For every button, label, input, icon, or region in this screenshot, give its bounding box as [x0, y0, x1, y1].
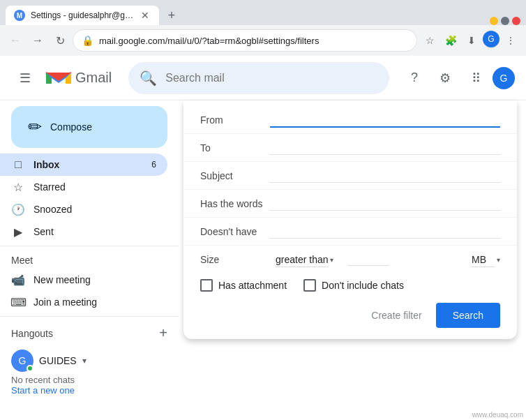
start-chat-link[interactable]: Start a new one: [11, 385, 167, 396]
hangouts-label: Hangouts: [11, 328, 53, 339]
search-bar[interactable]: 🔍: [128, 62, 389, 94]
no-recent-chats: No recent chats: [11, 375, 167, 385]
gmail-logo-icon: [45, 68, 73, 88]
lock-icon: 🔒: [82, 35, 93, 46]
to-input[interactable]: [270, 140, 500, 155]
browser-profile[interactable]: G: [483, 31, 499, 47]
apps-button[interactable]: ⠿: [462, 64, 490, 92]
sidebar-label-join-meeting: Join a meeting: [33, 297, 156, 308]
hangouts-header: Hangouts +: [11, 325, 167, 341]
hangouts-username: GUIDES: [39, 355, 77, 366]
dont-include-chats-label: Don't include chats: [322, 280, 404, 291]
star-icon: ☆: [11, 181, 25, 194]
online-indicator: [27, 365, 33, 372]
snoozed-icon: 🕐: [11, 203, 25, 216]
active-tab[interactable]: M Settings - guidesalphr@gmail.co... ✕: [6, 6, 159, 25]
sidebar-label-starred: Starred: [33, 181, 156, 193]
search-from-row: From: [183, 106, 517, 134]
sent-icon: ▶: [11, 225, 25, 239]
tab-bar: M Settings - guidesalphr@gmail.co... ✕ +: [0, 0, 526, 25]
profile-download-icon[interactable]: ⬇: [462, 31, 481, 50]
close-button[interactable]: [512, 17, 520, 25]
dont-include-chats-checkbox[interactable]: [303, 279, 316, 292]
has-words-input[interactable]: [270, 196, 500, 211]
compose-button[interactable]: ✏ Compose: [11, 106, 167, 148]
checkbox-row: Has attachment Don't include chats: [183, 273, 517, 297]
size-value-input[interactable]: [347, 254, 389, 266]
size-operator-select[interactable]: greater than less than: [276, 253, 329, 267]
has-attachment-checkbox-item[interactable]: Has attachment: [200, 279, 287, 292]
hangouts-dropdown-icon: ▾: [82, 356, 87, 366]
create-filter-button[interactable]: Create filter: [366, 304, 427, 327]
search-subject-row: Subject: [183, 162, 517, 190]
sidebar-label-new-meeting: New meeting: [33, 274, 156, 285]
back-button[interactable]: ←: [6, 31, 25, 50]
tab-title: Settings - guidesalphr@gmail.co...: [31, 10, 134, 20]
hamburger-menu[interactable]: ☰: [11, 64, 39, 92]
sidebar-item-inbox[interactable]: □ Inbox 6: [0, 153, 167, 176]
search-size-row: Size greater than less than MB KB bytes: [183, 246, 517, 273]
reload-button[interactable]: ↻: [50, 31, 70, 50]
settings-button[interactable]: ⚙: [431, 64, 459, 92]
action-row: Create filter Search: [183, 297, 517, 328]
subject-label: Subject: [200, 170, 270, 181]
search-has-words-row: Has the words: [183, 190, 517, 218]
forward-button[interactable]: →: [28, 31, 47, 50]
sidebar-item-new-meeting[interactable]: 📹 New meeting: [0, 269, 167, 291]
size-label: Size: [200, 254, 270, 265]
to-label: To: [200, 142, 270, 153]
hangouts-user[interactable]: G GUIDES ▾: [11, 347, 167, 375]
sidebar-label-inbox: Inbox: [33, 159, 143, 170]
search-to-row: To: [183, 134, 517, 162]
search-dropdown: From To Subject Has the words Doesn't ha…: [183, 100, 517, 339]
header-actions: ? ⚙ ⠿ G: [400, 64, 515, 92]
address-bar[interactable]: 🔒 mail.google.com/mail/u/0/?tab=rm&ogbl#…: [73, 29, 417, 52]
help-button[interactable]: ?: [400, 64, 428, 92]
new-tab-button[interactable]: +: [162, 6, 181, 25]
tab-close-button[interactable]: ✕: [140, 10, 151, 21]
sidebar: ✏ Compose □ Inbox 6 ☆ Starred 🕐 Snoozed …: [0, 100, 179, 420]
doesnt-have-label: Doesn't have: [200, 226, 270, 237]
sidebar-divider-2: [0, 316, 179, 317]
subject-input[interactable]: [270, 168, 500, 183]
gmail-app: ☰ Gmail 🔍 ? ⚙ ⠿ G ✏: [0, 56, 526, 420]
from-label: From: [200, 114, 270, 126]
gmail-header: ☰ Gmail 🔍 ? ⚙ ⠿ G: [0, 56, 526, 100]
address-text: mail.google.com/mail/u/0/?tab=rm&ogbl#se…: [99, 36, 408, 46]
hangouts-section: Hangouts + G GUIDES ▾ No recent chats St…: [0, 320, 179, 401]
from-input[interactable]: [270, 112, 500, 128]
size-unit-select[interactable]: MB KB bytes: [472, 253, 495, 267]
browser-actions: ☆ 🧩 ⬇ G ⋮: [420, 31, 520, 50]
has-attachment-checkbox[interactable]: [200, 279, 213, 292]
sidebar-item-starred[interactable]: ☆ Starred: [0, 176, 167, 198]
maximize-button[interactable]: [501, 17, 509, 25]
user-avatar[interactable]: G: [493, 67, 515, 89]
size-operator-wrapper: greater than less than: [276, 253, 333, 267]
tab-favicon: M: [14, 10, 25, 21]
browser-controls: ← → ↻ 🔒 mail.google.com/mail/u/0/?tab=rm…: [0, 25, 526, 56]
bookmark-icon[interactable]: ☆: [420, 31, 439, 50]
search-input[interactable]: [165, 72, 378, 84]
has-attachment-label: Has attachment: [218, 280, 287, 291]
sidebar-item-join-meeting[interactable]: ⌨ Join a meeting: [0, 291, 167, 313]
extensions-icon[interactable]: 🧩: [441, 31, 460, 50]
video-icon: 📹: [11, 273, 25, 287]
dont-include-chats-checkbox-item[interactable]: Don't include chats: [303, 279, 404, 292]
sidebar-divider-1: [0, 246, 179, 246]
watermark: www.deuaq.com: [469, 410, 526, 420]
compose-icon: ✏: [28, 117, 42, 137]
doesnt-have-input[interactable]: [270, 224, 500, 239]
inbox-count: 6: [151, 160, 156, 170]
sidebar-label-sent: Sent: [33, 226, 156, 237]
minimize-button[interactable]: [490, 17, 498, 25]
sidebar-item-sent[interactable]: ▶ Sent: [0, 220, 167, 243]
add-hangout-button[interactable]: +: [159, 325, 167, 341]
compose-label: Compose: [50, 121, 92, 133]
menu-icon[interactable]: ⋮: [501, 31, 520, 50]
hangouts-avatar: G: [11, 350, 33, 372]
sidebar-item-snoozed[interactable]: 🕐 Snoozed: [0, 198, 167, 220]
meet-section-label: Meet: [0, 249, 179, 269]
search-button[interactable]: Search: [436, 303, 500, 328]
sidebar-label-snoozed: Snoozed: [33, 204, 156, 215]
inbox-icon: □: [11, 158, 25, 171]
